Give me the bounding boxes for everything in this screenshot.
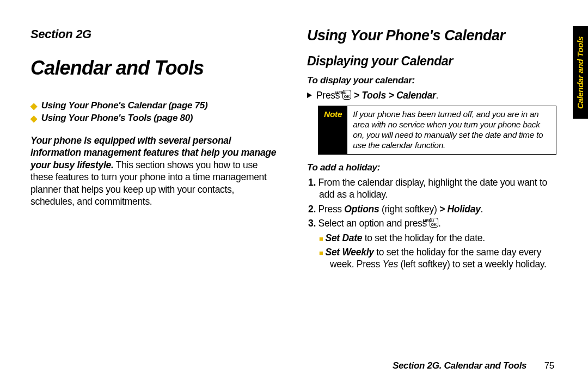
side-tab: Calendar and Tools [573,26,588,119]
square-bullet-icon: ■ [319,235,323,243]
menu-ok-key-icon: MENUOK [430,218,439,228]
toc-item: ◆ Using Your Phone's Tools (page 80) [30,113,280,124]
subhead: To add a holiday: [307,162,556,173]
toc-text: Using Your Phone's Tools (page 80) [41,113,193,124]
square-bullet-icon: ■ [319,249,323,257]
toc-text: Using Your Phone's Calendar (page 75) [41,100,208,111]
subhead: To display your calendar: [307,75,556,86]
page-spread: Section 2G Calendar and Tools ◆ Using Yo… [0,0,588,392]
arrow-icon [307,93,312,98]
side-tab-text: Calendar and Tools [576,36,585,108]
heading-h3: Displaying your Calendar [307,54,556,69]
note-box: Note If your phone has been turned off, … [318,106,556,155]
left-column: Section 2G Calendar and Tools ◆ Using Yo… [30,27,280,370]
toc-item: ◆ Using Your Phone's Calendar (page 75) [30,100,280,111]
press-path: > Tools > Calendar [351,90,436,101]
step-3b: ■Set Weekly to set the holiday for the s… [307,246,556,271]
right-column: Using Your Phone's Calendar Displaying y… [307,27,566,370]
instruction-line: Press MENUOK > Tools > Calendar. [307,89,556,101]
toc-list: ◆ Using Your Phone's Calendar (page 75) … [30,100,280,124]
footer-text: Section 2G. Calendar and Tools [393,360,526,371]
page-title: Calendar and Tools [30,57,280,79]
note-text: If your phone has been turned off, and y… [347,106,556,154]
heading-h2: Using Your Phone's Calendar [307,27,556,44]
note-label: Note [318,106,347,154]
intro-paragraph: Your phone is equipped with several pers… [30,134,280,207]
step-3a: ■Set Date to set the holiday for the dat… [307,232,556,244]
step-1: 1. From the calendar display, highlight … [307,176,556,201]
diamond-icon: ◆ [30,101,37,111]
page-number: 75 [544,360,554,371]
menu-ok-key-icon: MENUOK [342,90,352,100]
step-3: 3. Select an option and press MENUOK. [307,217,556,229]
step-2: 2. Press Options (right softkey) > Holid… [307,203,556,215]
page-footer: Section 2G. Calendar and Tools 75 [393,360,554,371]
diamond-icon: ◆ [30,113,37,124]
section-label: Section 2G [30,27,280,41]
